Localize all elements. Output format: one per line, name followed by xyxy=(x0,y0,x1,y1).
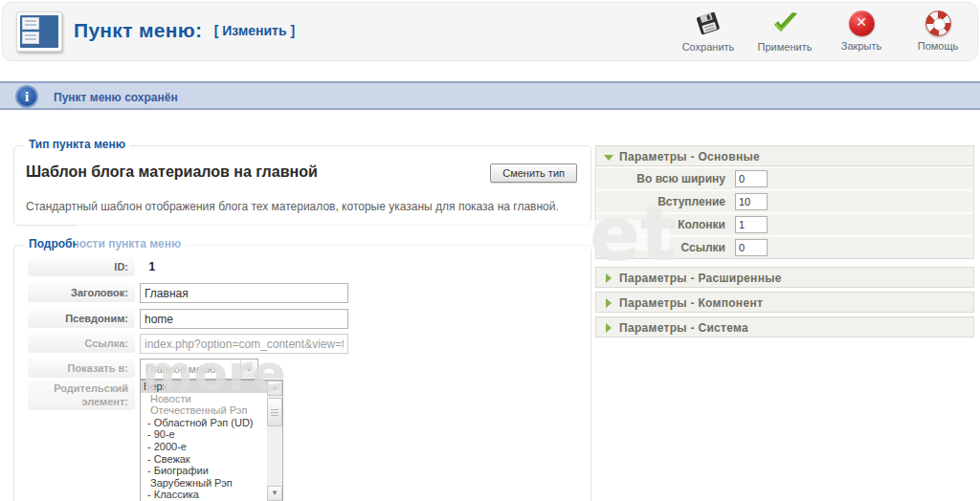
apply-button[interactable]: Применить xyxy=(755,11,814,53)
list-item[interactable]: Отечественный Рэп xyxy=(141,404,282,417)
param-row: Вступление xyxy=(597,191,972,212)
parent-label: Родительский элемент: xyxy=(28,380,135,410)
show-in-selected-value: Главное меню xyxy=(145,363,215,375)
params-system-header[interactable]: Параметры - Система xyxy=(595,316,974,338)
help-icon xyxy=(925,11,951,36)
params-advanced-title: Параметры - Расширенные xyxy=(619,272,782,285)
show-in-row: Показать в: Главное меню ˅ xyxy=(28,359,135,380)
menu-type-legend: Тип пункта меню xyxy=(24,138,130,151)
system-message-text: Пункт меню сохранён xyxy=(54,91,178,104)
link-row: Ссылка: xyxy=(28,334,135,355)
link-label: Ссылка: xyxy=(28,334,135,353)
page-title-group: Пункт меню: [ Изменить ] xyxy=(74,19,295,42)
scroll-down-icon[interactable]: ▼ xyxy=(267,486,282,501)
parent-listbox[interactable]: Верх Новости Отечественный Рэп - Областн… xyxy=(140,380,283,501)
page-header: Пункт меню: [ Изменить ] xyxy=(2,2,978,61)
links-input[interactable] xyxy=(735,239,768,256)
system-message: Пункт меню сохранён xyxy=(0,81,980,110)
close-button[interactable]: Закрыть xyxy=(832,11,891,53)
list-item[interactable]: - 2000-е xyxy=(141,441,282,453)
param-row: Колонки xyxy=(597,214,972,235)
admin-page: Пункт меню: [ Изменить ] xyxy=(0,0,980,501)
menu-type-panel: Тип пункта меню Шаблон блога материалов … xyxy=(13,145,591,226)
list-item[interactable]: Новости xyxy=(141,393,282,405)
apply-button-label: Применить xyxy=(758,41,813,53)
menu-details-legend: Подробности пункта меню xyxy=(24,237,186,250)
alias-label: Псевдоним: xyxy=(28,309,135,328)
toolbar: Сохранить Применить Закрыть Помощь xyxy=(679,11,968,53)
scrollbar-thumb[interactable] xyxy=(267,398,282,426)
show-in-select[interactable]: Главное меню ˅ xyxy=(140,359,258,380)
save-button-label: Сохранить xyxy=(682,41,735,53)
id-value: 1 xyxy=(148,260,155,273)
params-basic-body: Во всю ширину Вступление Колонки Ссылки xyxy=(595,166,974,259)
chevron-right-icon xyxy=(606,298,612,308)
page-subtitle: [ Изменить ] xyxy=(214,23,295,38)
menu-item-icon xyxy=(16,11,62,52)
param-label: Вступление xyxy=(657,195,725,208)
change-type-button[interactable]: Сменить тип xyxy=(490,163,577,183)
params-advanced-header[interactable]: Параметры - Расширенные xyxy=(595,267,974,288)
menu-type-description: Стандартный шаблон отображения блога тех… xyxy=(26,200,559,213)
list-item[interactable]: Зарубежный Рэп xyxy=(141,477,282,490)
intro-input[interactable] xyxy=(735,193,768,210)
id-row: ID: 1 xyxy=(28,257,155,278)
param-label: Ссылки xyxy=(681,241,725,254)
menu-type-title: Шаблон блога материалов на главной xyxy=(26,163,318,181)
columns-input[interactable] xyxy=(735,216,768,233)
param-row: Ссылки xyxy=(597,237,972,258)
listbox-scrollbar[interactable]: ▲ ▼ xyxy=(267,381,282,501)
param-label: Колонки xyxy=(678,218,725,231)
title-input[interactable] xyxy=(140,283,348,303)
list-item[interactable]: - Классика xyxy=(141,489,282,501)
chevron-right-icon xyxy=(606,323,612,333)
params-component-header[interactable]: Параметры - Компонент xyxy=(595,292,974,313)
list-item[interactable]: - 90-е xyxy=(141,428,282,441)
list-item[interactable]: - Свежак xyxy=(141,453,282,466)
list-item[interactable]: - Биографии xyxy=(141,465,282,477)
param-label: Во всю ширину xyxy=(636,172,725,185)
help-button[interactable]: Помощь xyxy=(908,11,968,53)
alias-input[interactable] xyxy=(140,309,348,329)
params-component-title: Параметры - Компонент xyxy=(619,296,763,310)
chevron-down-icon: ˅ xyxy=(240,360,256,378)
menu-details-panel: Подробности пункта меню ID: 1 Заголовок:… xyxy=(13,245,591,501)
alias-row: Псевдоним: xyxy=(28,309,135,330)
link-input xyxy=(140,334,348,354)
scroll-up-icon[interactable]: ▲ xyxy=(267,381,282,396)
help-button-label: Помощь xyxy=(918,40,959,52)
close-button-label: Закрыть xyxy=(841,40,881,52)
list-item[interactable]: - Областной Рэп (UD) xyxy=(141,417,282,429)
param-row: Во всю ширину xyxy=(597,168,972,189)
params-basic-title: Параметры - Основные xyxy=(619,150,760,163)
close-icon xyxy=(849,11,875,36)
params-basic-header[interactable]: Параметры - Основные xyxy=(595,145,974,166)
list-item[interactable]: Верх xyxy=(141,381,282,393)
title-row: Заголовок: xyxy=(28,283,135,304)
save-button[interactable]: Сохранить xyxy=(679,11,738,53)
save-icon xyxy=(695,11,722,37)
title-label: Заголовок: xyxy=(28,283,135,302)
id-label: ID: xyxy=(28,257,135,276)
chevron-right-icon xyxy=(606,273,612,283)
info-icon xyxy=(15,85,38,108)
show-in-label: Показать в: xyxy=(28,359,135,378)
params-system-title: Параметры - Система xyxy=(619,321,748,335)
apply-icon xyxy=(771,11,798,37)
chevron-down-icon xyxy=(604,155,613,161)
page-title: Пункт меню: xyxy=(74,19,202,41)
full-width-input[interactable] xyxy=(735,170,768,187)
